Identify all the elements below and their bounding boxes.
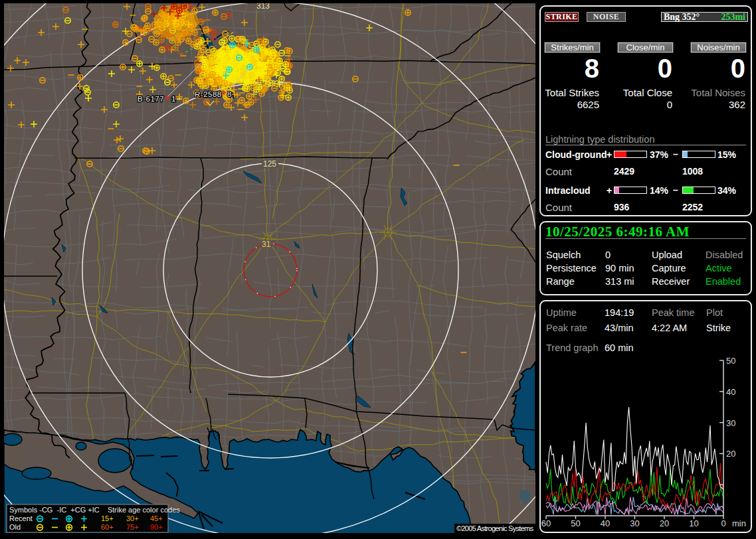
svg-text:Recent: Recent: [9, 514, 33, 522]
svg-text:20: 20: [660, 518, 669, 528]
svg-text:8: 8: [227, 90, 232, 98]
svg-text:60+: 60+: [101, 523, 114, 531]
svg-text:60: 60: [541, 518, 551, 528]
svg-text:©2005 Astrogenic Systems: ©2005 Astrogenic Systems: [456, 524, 534, 532]
svg-text:B-6177: B-6177: [138, 95, 164, 103]
svg-text:Old: Old: [9, 523, 21, 531]
svg-text:0: 0: [721, 518, 725, 528]
svg-text:90+: 90+: [150, 523, 163, 531]
svg-text:20: 20: [726, 449, 735, 459]
svg-text:40: 40: [726, 387, 735, 397]
svg-text:125: 125: [263, 159, 276, 169]
svg-text:45+: 45+: [150, 514, 163, 522]
svg-text:30+: 30+: [126, 514, 139, 522]
svg-text:30: 30: [726, 418, 735, 428]
svg-text:min: min: [732, 518, 746, 528]
svg-text:30: 30: [630, 518, 639, 528]
svg-text:50: 50: [571, 518, 580, 528]
svg-text:R-2588: R-2588: [195, 90, 222, 98]
svg-text:10: 10: [689, 518, 698, 528]
svg-text:313: 313: [256, 3, 270, 11]
svg-text:31: 31: [262, 240, 271, 249]
svg-text:40: 40: [601, 518, 610, 528]
svg-text:1: 1: [171, 95, 176, 103]
svg-text:Symbols -CG -IC +CG +IC S: Symbols -CG -IC +CG +IC Strike age color…: [9, 506, 180, 514]
svg-text:75+: 75+: [126, 523, 139, 531]
svg-text:15+: 15+: [101, 514, 114, 522]
svg-text:50: 50: [726, 356, 735, 366]
